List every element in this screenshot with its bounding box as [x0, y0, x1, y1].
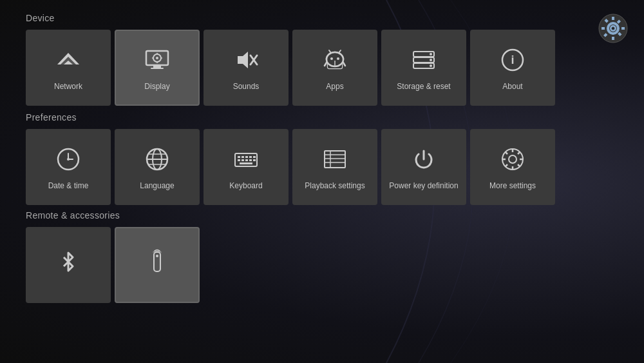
svg-rect-7 — [153, 65, 161, 68]
tile-about[interactable]: i About — [470, 30, 555, 106]
svg-rect-49 — [245, 156, 248, 158]
tile-remote[interactable] — [115, 227, 200, 303]
keyboard-icon — [231, 144, 261, 175]
remote-section: Remote & accessories — [26, 210, 618, 303]
apps-icon — [319, 44, 350, 75]
tile-more-settings-label: More settings — [489, 181, 536, 190]
svg-point-34 — [430, 64, 432, 67]
device-section-label: Device — [26, 13, 618, 23]
tile-more-settings[interactable]: More settings — [470, 129, 555, 205]
svg-point-10 — [156, 57, 158, 59]
tile-date-time[interactable]: Date & time — [26, 129, 111, 205]
tile-sounds-label: Sounds — [233, 82, 260, 91]
language-icon — [142, 144, 173, 175]
svg-line-25 — [339, 50, 341, 53]
svg-rect-52 — [238, 159, 240, 161]
playback-icon — [319, 144, 350, 175]
tile-apps-label: Apps — [326, 82, 343, 91]
svg-rect-50 — [249, 156, 252, 158]
tile-display-label: Display — [144, 82, 169, 91]
clock-icon — [53, 144, 84, 175]
tile-apps[interactable]: Apps — [292, 30, 377, 106]
tile-sounds[interactable]: Sounds — [204, 30, 289, 106]
svg-rect-57 — [240, 162, 252, 164]
remote-section-label: Remote & accessories — [26, 210, 618, 221]
tile-network-label: Network — [54, 82, 82, 91]
svg-line-70 — [518, 164, 520, 167]
tile-date-time-label: Date & time — [48, 181, 89, 190]
display-icon — [142, 44, 173, 75]
tile-bluetooth[interactable] — [26, 227, 111, 303]
preferences-tile-row: Date & time Language — [26, 129, 618, 205]
svg-point-32 — [430, 53, 432, 55]
remote-tile-row — [26, 227, 618, 303]
tile-keyboard[interactable]: Keyboard — [204, 129, 289, 205]
svg-point-33 — [430, 59, 432, 61]
sounds-icon — [231, 44, 261, 75]
device-section: Device Network — [26, 13, 618, 106]
svg-rect-56 — [253, 159, 256, 161]
tile-language-label: Language — [140, 181, 174, 190]
svg-text:i: i — [511, 54, 514, 66]
more-settings-icon — [497, 144, 528, 175]
svg-rect-54 — [245, 159, 248, 161]
svg-rect-48 — [242, 156, 244, 158]
bluetooth-icon — [53, 246, 84, 277]
device-tile-row: Network Displ — [26, 30, 618, 106]
tile-playback-label: Playback settings — [305, 181, 365, 190]
svg-rect-51 — [253, 156, 256, 158]
svg-line-71 — [518, 152, 520, 154]
svg-rect-47 — [238, 156, 240, 158]
svg-marker-15 — [238, 52, 248, 68]
tile-playback[interactable]: Playback settings — [292, 129, 377, 205]
tile-power-key[interactable]: Power key definition — [381, 129, 466, 205]
svg-point-64 — [509, 155, 516, 163]
svg-line-69 — [505, 152, 507, 154]
tile-keyboard-label: Keyboard — [229, 181, 262, 190]
preferences-section: Preferences Date & time — [26, 112, 618, 205]
svg-point-22 — [330, 57, 333, 60]
storage-icon — [408, 44, 439, 75]
tile-language[interactable]: Language — [115, 129, 200, 205]
preferences-section-label: Preferences — [26, 112, 618, 123]
tile-power-key-label: Power key definition — [389, 181, 458, 190]
svg-point-40 — [67, 158, 70, 161]
svg-line-26 — [325, 63, 327, 66]
settings-gear-icon[interactable] — [596, 12, 630, 45]
tile-about-label: About — [502, 82, 522, 91]
svg-line-24 — [329, 50, 331, 53]
svg-rect-53 — [242, 159, 244, 161]
svg-point-74 — [156, 255, 158, 257]
tile-storage-label: Storage & reset — [397, 82, 450, 91]
svg-rect-58 — [325, 151, 345, 168]
svg-point-23 — [337, 57, 339, 60]
tile-storage[interactable]: Storage & reset — [381, 30, 466, 106]
remote-icon — [142, 246, 173, 277]
network-icon — [53, 44, 84, 75]
svg-point-2 — [612, 27, 615, 30]
tile-display[interactable]: Display — [115, 30, 200, 106]
svg-rect-55 — [249, 159, 252, 161]
svg-line-72 — [505, 164, 507, 167]
power-icon — [408, 144, 439, 175]
about-icon: i — [497, 44, 528, 75]
svg-line-27 — [343, 63, 345, 66]
svg-rect-8 — [151, 68, 164, 69]
tile-network[interactable]: Network — [26, 30, 111, 106]
